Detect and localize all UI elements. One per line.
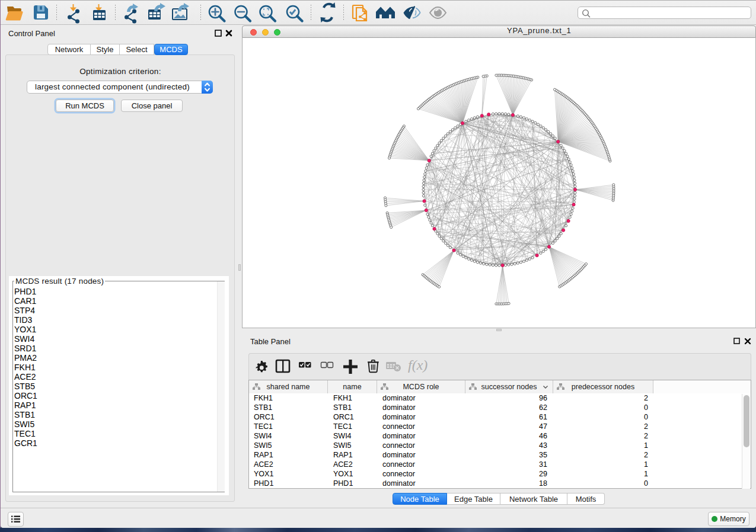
svg-text:f(x): f(x) bbox=[408, 357, 428, 373]
